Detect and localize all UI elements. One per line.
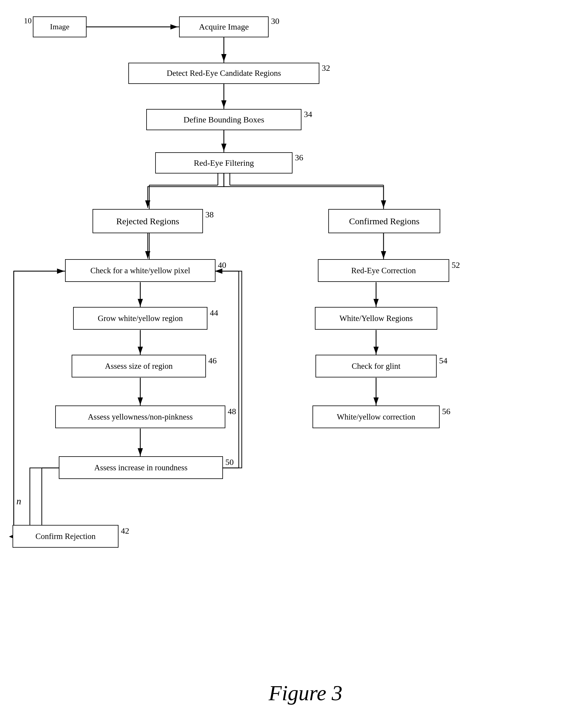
n-label: n	[16, 496, 21, 507]
ref-44: 44	[210, 308, 218, 318]
confirm-reject-box: Confirm Rejection	[13, 525, 119, 548]
red-eye-correct-box: Red-Eye Correction	[318, 259, 449, 282]
ref-52: 52	[452, 260, 460, 270]
rejected-label: Rejected Regions	[116, 216, 179, 226]
assess-yellow-box: Assess yellowness/non-pinkness	[55, 406, 225, 428]
confirmed-label: Confirmed Regions	[349, 216, 420, 226]
white-yellow-correct-box: White/yellow correction	[312, 406, 440, 428]
filtering-box: Red-Eye Filtering	[155, 152, 292, 173]
white-yellow-regions-label: White/Yellow Regions	[339, 314, 413, 323]
define-label: Define Bounding Boxes	[184, 115, 265, 125]
red-eye-correct-label: Red-Eye Correction	[351, 266, 416, 275]
assess-yellow-label: Assess yellowness/non-pinkness	[88, 412, 193, 422]
check-glint-label: Check for glint	[351, 362, 400, 371]
white-yellow-regions-box: White/Yellow Regions	[315, 307, 437, 330]
detect-box: Detect Red-Eye Candidate Regions	[128, 63, 319, 84]
figure-label: Figure 3	[269, 681, 342, 706]
assess-size-box: Assess size of region	[72, 355, 206, 377]
assess-round-box: Assess increase in roundness	[59, 456, 223, 479]
rejected-box: Rejected Regions	[93, 209, 203, 233]
image-box: Image	[33, 16, 87, 37]
grow-region-label: Grow white/yellow region	[98, 314, 183, 323]
ref-56: 56	[442, 407, 450, 416]
confirmed-box: Confirmed Regions	[328, 209, 440, 233]
ref-42: 42	[121, 526, 129, 536]
acquire-box: Acquire Image	[179, 16, 269, 37]
image-label: Image	[50, 22, 70, 31]
ref-46: 46	[208, 356, 217, 365]
ref-38: 38	[205, 210, 214, 219]
ref-48: 48	[228, 407, 236, 416]
ref-30: 30	[271, 16, 280, 26]
ref-36: 36	[295, 153, 303, 162]
ref-32: 32	[322, 63, 330, 73]
assess-size-label: Assess size of region	[105, 362, 173, 371]
ref-54: 54	[439, 356, 447, 365]
ref-50: 50	[225, 457, 234, 467]
assess-round-label: Assess increase in roundness	[94, 463, 188, 472]
ref-10: 10	[24, 16, 32, 25]
filtering-label: Red-Eye Filtering	[194, 158, 254, 168]
detect-label: Detect Red-Eye Candidate Regions	[167, 69, 281, 78]
ref-40: 40	[218, 260, 226, 270]
check-white-label: Check for a white/yellow pixel	[90, 266, 190, 275]
ref-34: 34	[304, 110, 312, 119]
diagram-container: n Image 10 Acquire Image 30 Detect Red-E…	[0, 0, 565, 728]
white-yellow-correct-label: White/yellow correction	[337, 412, 415, 422]
check-glint-box: Check for glint	[315, 355, 437, 377]
acquire-label: Acquire Image	[199, 22, 249, 32]
confirm-reject-label: Confirm Rejection	[36, 532, 96, 541]
grow-region-box: Grow white/yellow region	[73, 307, 208, 330]
check-white-box: Check for a white/yellow pixel	[65, 259, 216, 282]
define-box: Define Bounding Boxes	[146, 109, 301, 130]
